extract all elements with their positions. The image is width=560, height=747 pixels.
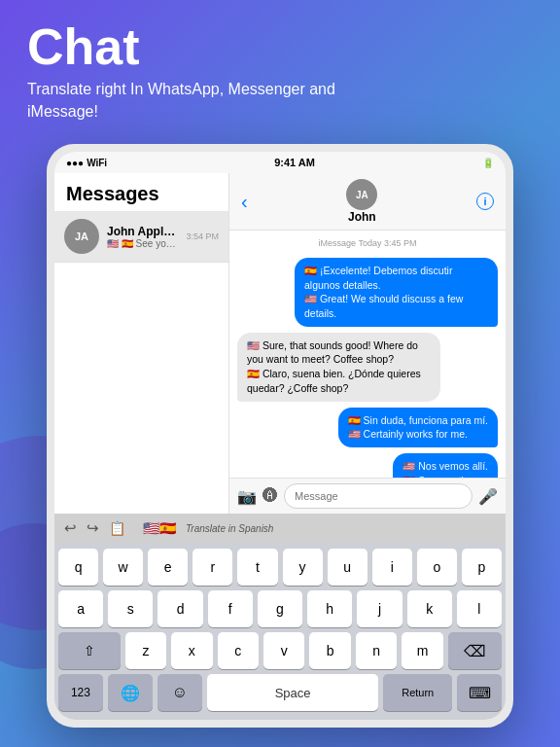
key-g[interactable]: g: [258, 590, 302, 627]
chat-area: ‹ JA John i iMessage Today 3:45 PM 🇪🇸 ¡E…: [229, 173, 506, 514]
page-subtitle: Translate right In WhatsApp, Messenger a…: [27, 79, 358, 123]
contact-list-item[interactable]: JA John Appleseed 🇺🇸 🇪🇸 See you there. 3…: [54, 211, 228, 263]
key-w[interactable]: w: [103, 549, 143, 586]
message-text: 🇺🇸 Nos vemos allí.🇪🇸 See you there.: [402, 460, 488, 478]
key-d[interactable]: d: [158, 590, 202, 627]
key-v[interactable]: v: [263, 632, 304, 669]
status-bar-time: 9:41 AM: [274, 157, 315, 168]
key-c[interactable]: c: [218, 632, 259, 669]
redo-icon[interactable]: ↪: [87, 519, 99, 537]
messages-container: iMessage Today 3:45 PM 🇪🇸 ¡Excelente! De…: [229, 231, 506, 478]
page-title: Chat: [27, 19, 358, 75]
translate-label: Translate in Spanish: [186, 523, 273, 534]
key-numbers[interactable]: 123: [58, 674, 103, 711]
message-bubble-sent-1: 🇪🇸 ¡Excelente! Debemos discutir algunos …: [295, 258, 498, 327]
message-bubble-sent-2: 🇪🇸 Sin duda, funciona para mí.🇺🇸 Certain…: [338, 408, 498, 447]
undo-icon[interactable]: ↩: [64, 519, 77, 537]
key-return[interactable]: Return: [383, 674, 452, 711]
key-a[interactable]: a: [58, 590, 103, 627]
key-globe[interactable]: 🌐: [108, 674, 153, 711]
info-icon[interactable]: i: [476, 193, 494, 210]
keyboard: q w e r t y u i o p a s d f g h j k: [54, 543, 506, 720]
main-content: Messages JA John Appleseed 🇺🇸 🇪🇸 See you…: [54, 173, 506, 514]
key-emoji[interactable]: ☺: [158, 674, 202, 711]
contact-time: 3:54 PM: [186, 231, 219, 241]
battery-icon: 🔋: [482, 158, 494, 168]
key-z[interactable]: z: [125, 632, 166, 669]
status-bar: ●●● WiFi 9:41 AM 🔋: [54, 152, 506, 173]
key-y[interactable]: y: [283, 549, 323, 586]
key-m[interactable]: m: [402, 632, 442, 669]
ipad-screen: ●●● WiFi 9:41 AM 🔋 Messages JA John Appl…: [54, 152, 506, 720]
key-k[interactable]: k: [407, 590, 452, 627]
header-area: Chat Translate right In WhatsApp, Messen…: [27, 19, 358, 123]
sidebar-title: Messages: [54, 173, 228, 211]
chat-header-center: JA John: [346, 179, 377, 224]
message-input-bar: 📷 🅐 🎤: [229, 478, 506, 514]
key-space[interactable]: Space: [207, 674, 379, 711]
signal-icon: ●●●: [66, 158, 84, 168]
key-i[interactable]: i: [372, 549, 412, 586]
contact-info: John Appleseed 🇺🇸 🇪🇸 See you there.: [107, 225, 178, 249]
wifi-icon: WiFi: [87, 158, 107, 168]
message-bubble-sent-3: 🇺🇸 Nos vemos allí.🇪🇸 See you there.: [393, 453, 498, 478]
camera-icon[interactable]: 📷: [237, 487, 257, 506]
key-o[interactable]: o: [417, 549, 457, 586]
contact-preview: 🇺🇸 🇪🇸 See you there.: [107, 238, 178, 249]
chat-avatar: JA: [346, 179, 377, 210]
keyboard-row-1: q w e r t y u i o p: [58, 549, 502, 586]
message-input[interactable]: [284, 483, 472, 509]
messages-sidebar: Messages JA John Appleseed 🇺🇸 🇪🇸 See you…: [54, 173, 229, 514]
message-bubble-received-1: 🇺🇸 Sure, that sounds good! Where do you …: [237, 333, 440, 402]
key-q[interactable]: q: [58, 549, 98, 586]
copy-icon[interactable]: 📋: [109, 520, 125, 536]
message-text: 🇪🇸 ¡Excelente! Debemos discutir algunos …: [304, 265, 463, 319]
message-text: 🇪🇸 Sin duda, funciona para mí.🇺🇸 Certain…: [348, 414, 488, 441]
key-j[interactable]: j: [357, 590, 402, 627]
keyboard-row-2: a s d f g h j k l: [58, 590, 502, 627]
key-keyboard-switch[interactable]: ⌨: [457, 674, 502, 711]
ipad-frame: ●●● WiFi 9:41 AM 🔋 Messages JA John Appl…: [47, 144, 513, 728]
key-u[interactable]: u: [328, 549, 368, 586]
chat-contact-name: John: [348, 210, 376, 224]
key-t[interactable]: t: [237, 549, 277, 586]
key-b[interactable]: b: [309, 632, 350, 669]
key-x[interactable]: x: [171, 632, 212, 669]
key-e[interactable]: e: [148, 549, 188, 586]
status-bar-left: ●●● WiFi: [66, 158, 107, 168]
app-icon[interactable]: 🅐: [262, 487, 278, 505]
key-l[interactable]: l: [457, 590, 502, 627]
message-text: 🇺🇸 Sure, that sounds good! Where do you …: [247, 339, 421, 394]
mic-icon[interactable]: 🎤: [478, 487, 498, 506]
keyboard-row-3: ⇧ z x c v b n m ⌫: [58, 632, 502, 669]
key-shift[interactable]: ⇧: [58, 632, 121, 669]
chat-header: ‹ JA John i: [229, 173, 506, 231]
avatar: JA: [64, 219, 99, 254]
key-delete[interactable]: ⌫: [448, 632, 502, 669]
back-icon[interactable]: ‹: [241, 191, 248, 213]
key-n[interactable]: n: [356, 632, 397, 669]
key-r[interactable]: r: [192, 549, 232, 586]
status-bar-right: 🔋: [482, 158, 494, 168]
key-s[interactable]: s: [108, 590, 153, 627]
flag-pair: 🇺🇸🇪🇸: [143, 520, 176, 536]
key-h[interactable]: h: [307, 590, 352, 627]
key-p[interactable]: p: [462, 549, 502, 586]
translator-toolbar: ↩ ↪ 📋 🇺🇸🇪🇸 Translate in Spanish: [54, 514, 506, 543]
imessage-label: iMessage Today 3:45 PM: [237, 238, 498, 248]
keyboard-row-4: 123 🌐 ☺ Space Return ⌨: [58, 674, 502, 711]
contact-name: John Appleseed: [107, 225, 178, 238]
key-f[interactable]: f: [208, 590, 253, 627]
